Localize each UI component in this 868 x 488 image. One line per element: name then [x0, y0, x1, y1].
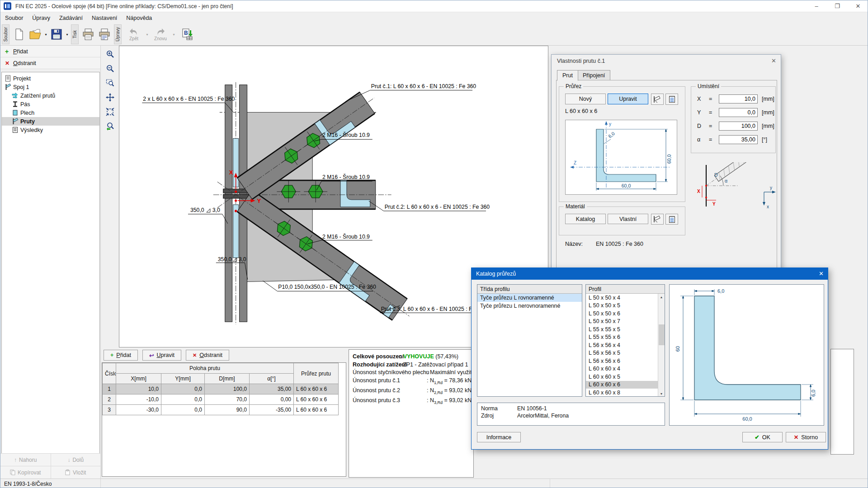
members-edit-button[interactable]: ↩ Upravit	[142, 350, 181, 361]
title-bar[interactable]: FIN EC 2025 - Ocelové spoje (64 bit) [Fi…	[0, 0, 868, 12]
zoom-window-button[interactable]	[104, 76, 116, 89]
loads-icon	[12, 92, 19, 99]
print-settings-button[interactable]	[96, 25, 113, 43]
zoom-out-button[interactable]	[104, 62, 116, 75]
maximize-button[interactable]: ❐	[827, 0, 848, 12]
tree-item-pas[interactable]: Pás	[2, 100, 99, 108]
col-header-number[interactable]: Číslo	[103, 363, 116, 384]
profile-item[interactable]: L 56 x 56 x 4	[586, 341, 665, 349]
tree-item-pruty[interactable]: Pruty	[2, 117, 99, 126]
properties-title-bar[interactable]: Vlastnosti prutu č.1	[552, 55, 781, 67]
member-pick-icon	[653, 216, 661, 223]
profile-item[interactable]: L 56 x 56 x 6	[586, 357, 665, 365]
tab-pripojeni[interactable]: Připojení	[577, 70, 610, 80]
d-input[interactable]	[719, 122, 758, 131]
profile-item[interactable]: L 50 x 50 x 4	[586, 294, 665, 302]
material-custom-button[interactable]: Vlastní	[608, 214, 648, 224]
info-button[interactable]: Informace	[477, 432, 521, 442]
redo-dropdown-caret[interactable]: ▾	[171, 25, 176, 43]
zoom-window-icon	[106, 79, 114, 87]
ok-button[interactable]: ✔OK	[742, 432, 783, 442]
profile-item[interactable]: L 60 x 60 x 4	[586, 365, 665, 373]
y-input[interactable]	[719, 108, 758, 117]
menu-soubor[interactable]: Soubor	[0, 13, 28, 23]
table-row-3[interactable]: 3 -30,0 0,0 90,0 -35,00 L 60 x 60 x 6	[103, 405, 339, 415]
zoom-previous-button[interactable]	[104, 120, 116, 132]
open-dropdown-caret[interactable]: ▾	[43, 25, 48, 43]
tree-item-plech[interactable]: Plech	[2, 108, 99, 117]
profile-item[interactable]: L 56 x 56 x 5	[586, 349, 665, 357]
profile-item[interactable]: L 55 x 55 x 5	[586, 325, 665, 333]
cancel-button[interactable]: ✕Storno	[786, 432, 826, 442]
col-header-y[interactable]: Y[mm]	[161, 374, 205, 384]
up-arrow-icon: ↑	[14, 457, 17, 463]
alpha-input[interactable]	[719, 135, 758, 144]
section-notes-button[interactable]	[665, 94, 678, 105]
profile-item[interactable]: L 50 x 50 x 7	[586, 318, 665, 326]
menu-nastaveni[interactable]: Nastavení	[87, 13, 122, 23]
joint-icon	[5, 84, 11, 90]
members-add-button[interactable]: + Přidat	[104, 350, 138, 361]
profile-item[interactable]: L 50 x 50 x 6	[586, 310, 665, 318]
material-report-button[interactable]: B	[179, 25, 195, 43]
menu-zadavani[interactable]: Zadávání	[55, 13, 87, 23]
col-header-group[interactable]: Poloha prutu	[116, 363, 294, 374]
profile-item[interactable]: L 50 x 50 x 5	[586, 302, 665, 310]
menu-napoveda[interactable]: Nápověda	[122, 13, 156, 23]
col-header-alpha[interactable]: α[°]	[250, 374, 294, 384]
sidebar-add-button[interactable]: + Přidat	[0, 46, 100, 57]
tab-prut[interactable]: Prut	[557, 70, 578, 81]
copy-button[interactable]: Kopírovat	[0, 466, 51, 479]
col-header-section[interactable]: Průřez prutu	[294, 363, 339, 384]
save-file-button[interactable]	[48, 25, 65, 43]
class-item-rovnoramenne[interactable]: Tyče průřezu L rovnoramenné	[477, 294, 582, 302]
col-header-d[interactable]: D[mm]	[205, 374, 250, 384]
members-icon	[12, 118, 19, 125]
profile-item[interactable]: L 55 x 55 x 6	[586, 333, 665, 342]
material-catalog-button[interactable]: Katalog	[565, 214, 606, 224]
tree-item-spoj[interactable]: Spoj 1	[2, 83, 99, 91]
scroll-down-icon[interactable]: ▼	[658, 390, 665, 397]
open-file-button[interactable]	[27, 25, 43, 43]
x-input[interactable]	[719, 94, 758, 103]
sidebar-remove-button[interactable]: ✕ Odstranit	[0, 57, 100, 69]
section-new-button[interactable]: Nový	[565, 94, 606, 104]
save-dropdown-caret[interactable]: ▾	[65, 25, 70, 43]
minimize-button[interactable]: –	[806, 0, 827, 12]
undo-button[interactable]: Zpět	[123, 24, 145, 44]
close-button[interactable]: ✕	[848, 0, 868, 12]
scroll-up-icon[interactable]: ▲	[658, 294, 665, 300]
move-up-button[interactable]: ↑Nahoru	[0, 454, 51, 466]
tree-item-zatizeni[interactable]: Zatížení prutů	[2, 91, 99, 100]
material-notes-button[interactable]	[665, 214, 678, 225]
profile-item[interactable]: L 60 x 60 x 5	[586, 373, 665, 381]
print-button[interactable]	[80, 25, 96, 43]
result-member1: Únosnost prutu č.1: N1,Rd = 78,36 kN	[353, 377, 473, 387]
table-row-2[interactable]: 2 -10,0 0,0 70,0 0,00 L 60 x 60 x 6	[103, 394, 339, 405]
zoom-fit-button[interactable]	[104, 105, 116, 118]
table-row-1[interactable]: 1 10,0 0,0 100,0 35,00 L 60 x 60 x 6	[103, 384, 339, 394]
menu-upravy[interactable]: Úpravy	[28, 13, 55, 23]
undo-dropdown-caret[interactable]: ▾	[145, 25, 150, 43]
catalog-close-icon[interactable]: ✕	[819, 270, 824, 277]
catalog-title-bar[interactable]: Katalog průřezů	[472, 268, 828, 280]
zoom-in-button[interactable]	[104, 47, 116, 60]
move-down-button[interactable]: ↓Dolů	[51, 454, 101, 466]
section-pick-button[interactable]	[651, 94, 664, 105]
redo-button[interactable]: Znovu	[150, 24, 171, 44]
tree-item-projekt[interactable]: Projekt	[2, 74, 99, 83]
section-edit-button[interactable]: Upravit	[608, 94, 648, 104]
paste-button[interactable]: Vložit	[51, 466, 101, 479]
profile-list-scrollbar[interactable]: ▲ ▼	[658, 294, 665, 397]
properties-close-icon[interactable]: ✕	[771, 57, 776, 64]
new-file-button[interactable]	[11, 25, 27, 43]
profile-item-selected[interactable]: L 60 x 60 x 6	[586, 381, 665, 389]
col-header-x[interactable]: X[mm]	[116, 374, 161, 384]
pan-button[interactable]	[104, 91, 116, 103]
tree-item-vysledky[interactable]: Výsledky	[2, 126, 99, 134]
scrollbar-thumb[interactable]	[659, 324, 665, 345]
profile-item[interactable]: L 60 x 60 x 8	[586, 389, 665, 397]
material-pick-button[interactable]	[651, 214, 664, 225]
members-remove-button[interactable]: ✕ Odstranit	[186, 350, 229, 361]
class-item-nerovnoramenne[interactable]: Tyče průřezu L nerovnoramenné	[477, 302, 582, 310]
